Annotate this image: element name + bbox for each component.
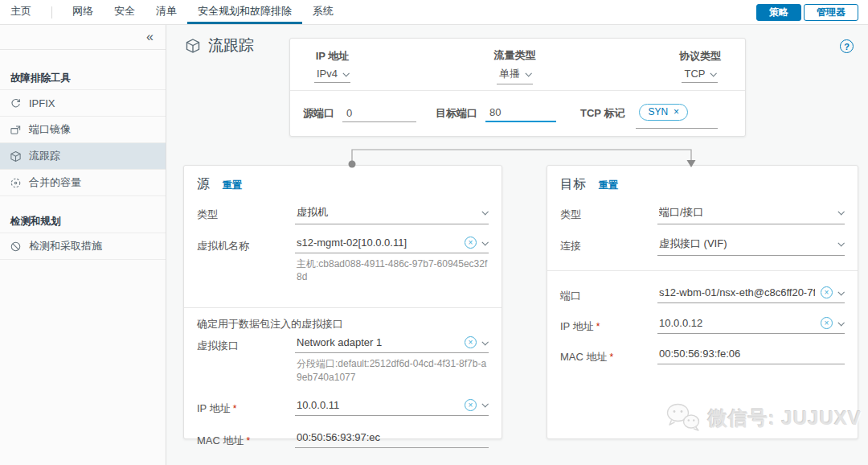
source-ip-label-text: IP 地址 bbox=[197, 402, 231, 414]
nsx-traceflow-screen: 主页 网络 安全 清单 安全规划和故障排除 系统 策略 管理器 « 故障排除工具… bbox=[0, 0, 868, 465]
source-mac-label: MAC 地址* bbox=[197, 431, 295, 448]
chevron-down-icon bbox=[342, 70, 349, 76]
collapse-sidebar-icon[interactable]: « bbox=[146, 31, 154, 43]
destination-ip-field: IP 地址* 10.0.0.12 × bbox=[560, 317, 845, 334]
destination-panel-header: 目标 重置 bbox=[560, 176, 845, 193]
tcp-flag-chip-text: SYN bbox=[648, 106, 668, 117]
destination-mac-label-text: MAC 地址 bbox=[560, 351, 608, 363]
destination-type-value: 端口/接口 bbox=[659, 205, 833, 220]
clear-selection-icon[interactable]: × bbox=[465, 336, 477, 348]
destination-port-field: 端口 s12-wbm-01/nsx-eth@c8c6ff20-7f9c × bbox=[560, 286, 845, 303]
watermark-text: 微信号: JUJUXV bbox=[708, 405, 862, 431]
page-header: 流跟踪 bbox=[185, 35, 254, 56]
port-mirroring-icon bbox=[10, 124, 22, 136]
detect-respond-icon bbox=[10, 241, 22, 253]
destination-mac-field: MAC 地址* 00:50:56:93:fe:06 bbox=[560, 348, 845, 364]
destination-ip-label-text: IP 地址 bbox=[560, 320, 594, 332]
destination-panel-title: 目标 bbox=[560, 176, 586, 193]
sidebar-item-label: IPFIX bbox=[29, 97, 55, 109]
watermark: 微信号: JUJUXV bbox=[665, 401, 862, 435]
sidebar-header: « bbox=[0, 25, 166, 50]
source-virtual-interface-select[interactable]: Network adapter 1 × bbox=[295, 336, 489, 353]
destination-ip-label: IP 地址* bbox=[560, 317, 657, 334]
injection-interface-note: 确定用于数据包注入的虚拟接口 bbox=[197, 317, 489, 331]
ip-address-type-label: IP 地址 bbox=[316, 49, 350, 64]
top-navigation: 主页 网络 安全 清单 安全规划和故障排除 系统 策略 管理器 bbox=[0, 0, 868, 25]
remove-chip-icon[interactable]: × bbox=[674, 107, 679, 117]
required-mark: * bbox=[247, 435, 251, 446]
traffic-type-value: 单播 bbox=[499, 67, 520, 81]
destination-panel: 目标 重置 类型 端口/接口 连接 bbox=[547, 165, 858, 439]
cube-icon bbox=[185, 38, 201, 54]
destination-mac-label: MAC 地址* bbox=[560, 348, 657, 364]
destination-port-input[interactable] bbox=[485, 105, 556, 122]
help-icon[interactable]: ? bbox=[840, 39, 854, 53]
nav-item-networking[interactable]: 网络 bbox=[62, 0, 104, 24]
ip-address-type-select[interactable]: IPv4 bbox=[314, 68, 350, 83]
clear-selection-icon[interactable]: × bbox=[821, 317, 833, 329]
source-vm-host-helper: 主机:cb8ad088-4911-486c-97b7-60945ec32f8d bbox=[295, 257, 489, 283]
source-port-label: 源端口 bbox=[303, 106, 334, 121]
clear-selection-icon[interactable]: × bbox=[465, 237, 477, 249]
traffic-type-select[interactable]: 单播 bbox=[497, 67, 533, 84]
destination-port-field-label: 端口 bbox=[560, 286, 657, 303]
protocol-type-select[interactable]: TCP bbox=[682, 68, 718, 83]
required-mark: * bbox=[596, 321, 600, 332]
chevron-down-icon bbox=[837, 319, 844, 326]
traffic-type-label: 流量类型 bbox=[494, 48, 536, 63]
clear-selection-icon[interactable]: × bbox=[465, 399, 477, 411]
nav-divider bbox=[51, 6, 52, 19]
tcp-flags-label: TCP 标记 bbox=[580, 106, 624, 121]
source-mac-value: 00:50:56:93:97:ec bbox=[297, 431, 487, 443]
nav-item-security[interactable]: 安全 bbox=[104, 0, 145, 24]
destination-port-select[interactable]: s12-wbm-01/nsx-eth@c8c6ff20-7f9c × bbox=[657, 286, 845, 303]
sidebar-item-ipfix[interactable]: IPFIX bbox=[0, 90, 166, 117]
nav-item-system[interactable]: 系统 bbox=[302, 0, 344, 24]
destination-reset-link[interactable]: 重置 bbox=[599, 179, 618, 192]
wechat-icon bbox=[665, 401, 702, 435]
destination-port-value: s12-wbm-01/nsx-eth@c8c6ff20-7f9c bbox=[659, 286, 815, 298]
sidebar-item-port-mirroring[interactable]: 端口镜像 bbox=[0, 117, 166, 143]
source-mac-input[interactable]: 00:50:56:93:97:ec bbox=[295, 431, 489, 448]
destination-attachment-field: 连接 虚拟接口 (VIF) bbox=[560, 237, 845, 256]
tcp-flag-chip: SYN × bbox=[639, 104, 688, 121]
source-ip-label: IP 地址* bbox=[197, 399, 295, 416]
source-ip-select[interactable]: 10.0.0.11 × bbox=[295, 399, 489, 416]
destination-attachment-select[interactable]: 虚拟接口 (VIF) bbox=[657, 237, 845, 256]
trace-parameters-panel: IP 地址 IPv4 流量类型 单播 协议类型 TCP bbox=[289, 38, 746, 137]
source-vm-name-select[interactable]: s12-mgmt-02[10.0.0.11] × bbox=[295, 237, 489, 253]
manager-mode-button[interactable]: 管理器 bbox=[804, 4, 858, 21]
chevron-down-icon bbox=[481, 239, 488, 245]
segment-port-helper: 分段端口:default:2512df6d-04cd-4f31-8f7b-a9e… bbox=[295, 357, 489, 383]
nav-item-plan-troubleshoot[interactable]: 安全规划和故障排除 bbox=[187, 0, 302, 24]
trace-parameters-row1: IP 地址 IPv4 流量类型 单播 协议类型 TCP bbox=[290, 39, 745, 90]
source-to-destination-connector bbox=[344, 145, 701, 172]
nav-item-inventory[interactable]: 清单 bbox=[145, 0, 187, 24]
tcp-flags-input[interactable]: SYN × bbox=[636, 104, 718, 129]
policy-manager-toggle: 策略 管理器 bbox=[756, 0, 868, 24]
sidebar-item-traceflow[interactable]: 流跟踪 bbox=[0, 143, 166, 170]
source-type-select[interactable]: 虚拟机 bbox=[295, 205, 489, 224]
policy-mode-button[interactable]: 策略 bbox=[756, 4, 801, 21]
traceflow-cube-icon bbox=[10, 150, 22, 163]
required-mark: * bbox=[233, 403, 237, 414]
source-type-value: 虚拟机 bbox=[297, 205, 477, 220]
nav-item-home[interactable]: 主页 bbox=[0, 0, 42, 24]
destination-ip-select[interactable]: 10.0.0.12 × bbox=[657, 317, 845, 334]
source-port-input[interactable] bbox=[342, 105, 416, 122]
main-content: 流跟踪 ? IP 地址 IPv4 流量类型 单播 bbox=[167, 25, 868, 465]
source-ip-field: IP 地址* 10.0.0.11 × bbox=[197, 399, 489, 416]
protocol-type-field: 协议类型 TCP bbox=[679, 49, 721, 83]
destination-mac-input[interactable]: 00:50:56:93:fe:06 bbox=[657, 348, 845, 364]
source-mac-field: MAC 地址* 00:50:56:93:97:ec bbox=[197, 431, 489, 448]
destination-type-field: 类型 端口/接口 bbox=[560, 205, 845, 224]
sidebar-item-consolidated-capacity[interactable]: 合并的容量 bbox=[0, 170, 166, 196]
clear-selection-icon[interactable]: × bbox=[821, 286, 833, 298]
sidebar-item-detect-take-action[interactable]: 检测和采取措施 bbox=[0, 233, 166, 260]
chevron-down-icon bbox=[837, 240, 844, 246]
sidebar-item-label: 合并的容量 bbox=[29, 175, 81, 190]
destination-type-select[interactable]: 端口/接口 bbox=[657, 205, 845, 224]
source-vm-name-value: s12-mgmt-02[10.0.0.11] bbox=[297, 237, 459, 249]
destination-attachment-label: 连接 bbox=[560, 237, 657, 256]
source-reset-link[interactable]: 重置 bbox=[223, 179, 242, 192]
